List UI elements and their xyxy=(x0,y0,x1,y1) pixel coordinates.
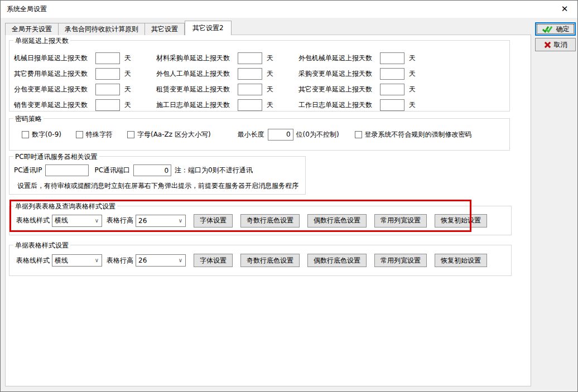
delay-days-input[interactable] xyxy=(380,84,404,95)
unit-label: 天 xyxy=(409,100,416,110)
column-width-button[interactable]: 常用列宽设置 xyxy=(374,214,427,228)
pc-comm-row: PC通讯IP PC通讯端口 注：端口为0则不进行通讯 xyxy=(14,164,253,176)
odd-row-color-button[interactable]: 奇数行底色设置 xyxy=(240,254,300,267)
selected-value: 26 xyxy=(138,217,147,225)
tab-strip: 全局开关设置 承包合同待收款计算原则 其它设置 其它设置2 xyxy=(5,21,232,35)
delay-days-input[interactable] xyxy=(95,99,120,111)
field-label: 销售变更单延迟上报天数 xyxy=(14,100,95,110)
delay-days-input[interactable] xyxy=(95,84,120,95)
pc-port-label: PC通讯端口 xyxy=(94,166,130,175)
unit-label: 天 xyxy=(124,69,131,79)
row-height-select[interactable]: 26∨ xyxy=(136,254,186,267)
field-label: 工作日志单延迟上报天数 xyxy=(298,100,380,110)
delay-days-input[interactable] xyxy=(380,52,404,64)
doc-style-row: 表格线样式 横线∨ 表格行高 26∨ 字体设置 奇数行底色设置 偶数行底色设置 … xyxy=(16,245,487,275)
tab-global-switch[interactable]: 全局开关设置 xyxy=(5,23,59,35)
delay-days-input[interactable] xyxy=(238,84,262,95)
tab-other-settings[interactable]: 其它设置 xyxy=(145,23,185,35)
delay-field: 分包变更单延迟上报天数天 xyxy=(14,84,156,95)
checkbox-box[interactable] xyxy=(22,131,29,138)
chevron-down-icon: ∨ xyxy=(95,217,99,224)
cancel-button-label: 取消 xyxy=(554,40,567,50)
checkbox-label: 字母(Aa-Zz 区分大小写) xyxy=(137,130,211,139)
delay-days-input[interactable] xyxy=(95,68,120,80)
checkbox-label: 数字(0-9) xyxy=(32,130,61,139)
tab-contract-receivable[interactable]: 承包合同待收款计算原则 xyxy=(59,23,145,35)
odd-row-color-button[interactable]: 奇数行底色设置 xyxy=(240,214,300,228)
delay-field: 销售变更单延迟上报天数天 xyxy=(14,99,156,111)
delay-days-input[interactable] xyxy=(380,68,404,80)
font-settings-button[interactable]: 字体设置 xyxy=(194,254,233,267)
even-row-color-button[interactable]: 偶数行底色设置 xyxy=(307,254,367,267)
ok-button[interactable]: 确定 xyxy=(535,22,576,36)
group-list-table-style: 单据列表表格及查询表格样式设置 表格线样式 横线∨ 表格行高 26∨ 字体设置 … xyxy=(9,206,512,235)
checkbox-box[interactable] xyxy=(76,131,83,138)
column-width-button[interactable]: 常用列宽设置 xyxy=(374,254,427,267)
checkbox-digits[interactable]: 数字(0-9) xyxy=(22,130,61,139)
checkbox-box[interactable] xyxy=(355,131,362,138)
pc-port-note: 注：端口为0则不进行通讯 xyxy=(175,166,253,175)
restore-defaults-button[interactable]: 恢复初始设置 xyxy=(435,214,487,228)
pc-ip-input[interactable] xyxy=(45,164,89,176)
delay-field: 外包机械单延迟上报天数天 xyxy=(298,52,416,64)
group-pc-im-server-title: PC即时通讯服务器相关设置 xyxy=(13,152,99,162)
row-height-select[interactable]: 26∨ xyxy=(136,215,186,227)
font-settings-button[interactable]: 字体设置 xyxy=(194,214,233,228)
field-label: 其它变更单延迟上报天数 xyxy=(298,85,380,94)
title-bar: 系统全局设置 ✕ xyxy=(1,1,577,18)
field-label: 采购变更单延迟上报天数 xyxy=(298,69,380,79)
line-style-label: 表格线样式 xyxy=(16,256,50,265)
selected-value: 横线 xyxy=(55,256,68,265)
delay-days-input[interactable] xyxy=(238,68,262,80)
min-length-input[interactable] xyxy=(268,129,293,141)
unit-label: 天 xyxy=(124,85,131,94)
delay-field: 其它费用单延迟上报天数天 xyxy=(14,68,156,80)
checkbox-special-chars[interactable]: 特殊字符 xyxy=(76,130,113,139)
field-label: 机械日报单延迟上报天数 xyxy=(14,54,95,63)
group-password-policy: 密码策略 数字(0-9) 特殊字符 字母(Aa-Zz 区分大小写) 最小长度 位… xyxy=(9,118,510,151)
delay-field: 施工日志单延迟上报天数天 xyxy=(156,99,298,111)
group-pc-im-server: PC即时通讯服务器相关设置 PC通讯IP PC通讯端口 注：端口为0则不进行通讯… xyxy=(9,156,306,195)
even-row-color-button[interactable]: 偶数行底色设置 xyxy=(307,214,367,228)
window-title: 系统全局设置 xyxy=(7,4,47,14)
field-label: 分包变更单延迟上报天数 xyxy=(14,85,95,94)
min-length-label: 最小长度 xyxy=(238,130,264,139)
checkbox-label: 登录系统不符合规则的强制修改密码 xyxy=(365,130,472,139)
cancel-button[interactable]: 取消 xyxy=(535,38,576,51)
checkbox-label: 特殊字符 xyxy=(86,130,113,139)
unit-label: 天 xyxy=(409,85,416,94)
group-delay-days: 单据延迟上报天数 机械日报单延迟上报天数天 其它费用单延迟上报天数天 分包变更单… xyxy=(9,40,510,112)
delay-field: 工作日志单延迟上报天数天 xyxy=(298,99,416,111)
delay-days-input[interactable] xyxy=(238,99,262,111)
field-label: 材料采购单延迟上报天数 xyxy=(156,54,238,63)
line-style-label: 表格线样式 xyxy=(16,216,50,225)
restore-defaults-button[interactable]: 恢复初始设置 xyxy=(435,254,487,267)
field-label: 租赁变更单延迟上报天数 xyxy=(156,85,238,94)
row-height-label: 表格行高 xyxy=(107,216,133,225)
delay-days-input[interactable] xyxy=(380,99,404,111)
group-delay-days-title: 单据延迟上报天数 xyxy=(13,36,70,46)
line-style-select[interactable]: 横线∨ xyxy=(52,254,102,267)
unit-label: 天 xyxy=(409,54,416,63)
field-label: 施工日志单延迟上报天数 xyxy=(156,100,238,110)
field-label: 其它费用单延迟上报天数 xyxy=(14,69,95,79)
pc-server-tip: 设置后，有待审核或提醒消息时立刻在屏幕右下角弹出提示，前提要在服务器开启消息服务… xyxy=(17,181,298,191)
tab-other-settings-2[interactable]: 其它设置2 xyxy=(185,21,232,35)
pc-port-input[interactable] xyxy=(133,164,171,176)
list-style-row: 表格线样式 横线∨ 表格行高 26∨ 字体设置 奇数行底色设置 偶数行底色设置 … xyxy=(16,206,487,235)
delay-field: 采购变更单延迟上报天数天 xyxy=(298,68,416,80)
unit-label: 天 xyxy=(267,85,273,94)
checkbox-letters[interactable]: 字母(Aa-Zz 区分大小写) xyxy=(127,130,211,139)
x-icon xyxy=(544,41,551,49)
min-length-suffix: 位(0为不控制) xyxy=(296,130,339,139)
checkbox-force-password-change[interactable]: 登录系统不符合规则的强制修改密码 xyxy=(355,130,472,139)
group-doc-table-style: 单据表格样式设置 表格线样式 横线∨ 表格行高 26∨ 字体设置 奇数行底色设置… xyxy=(9,245,512,276)
delay-days-input[interactable] xyxy=(95,52,120,64)
close-icon[interactable]: ✕ xyxy=(552,1,577,17)
delay-days-input[interactable] xyxy=(238,52,262,64)
ok-button-label: 确定 xyxy=(556,25,570,34)
checkbox-box[interactable] xyxy=(127,131,134,138)
unit-label: 天 xyxy=(267,69,273,79)
field-label: 外包人工单延迟上报天数 xyxy=(156,69,238,79)
line-style-select[interactable]: 横线∨ xyxy=(52,215,102,227)
